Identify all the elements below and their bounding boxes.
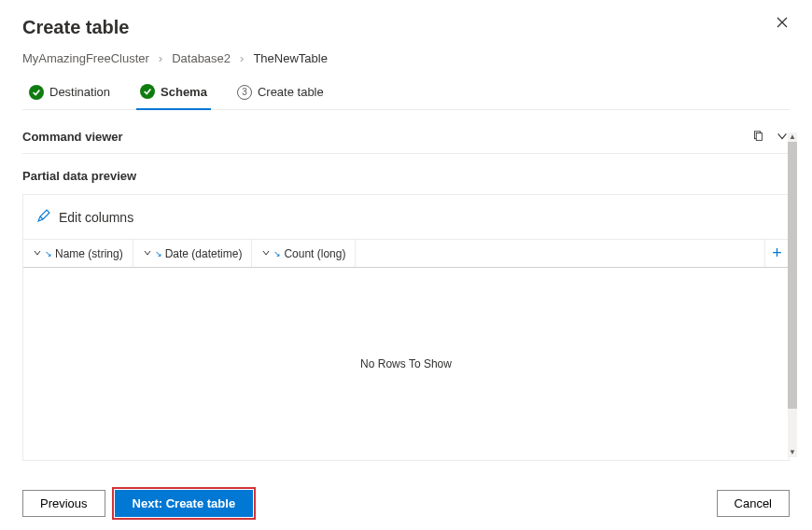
next-create-table-button[interactable]: Next: Create table	[115, 490, 254, 517]
add-column-button[interactable]: +	[764, 240, 789, 267]
step-number-icon: 3	[237, 85, 252, 100]
sort-icon: ↘	[45, 249, 52, 258]
sort-icon: ↘	[155, 249, 162, 258]
footer: Previous Next: Create table Cancel	[0, 476, 812, 530]
content: Command viewer Partial data preview Edit…	[0, 116, 812, 461]
column-label: Count (long)	[284, 247, 345, 260]
header: Create table MyAmazingFreeCluster › Data…	[0, 0, 812, 116]
copy-icon[interactable]	[750, 129, 765, 144]
step-label: Destination	[49, 85, 110, 99]
chevron-down-icon	[261, 247, 271, 260]
step-destination[interactable]: Destination	[25, 79, 114, 109]
step-label: Schema	[161, 85, 207, 99]
command-viewer: Command viewer	[22, 116, 790, 154]
breadcrumb: MyAmazingFreeCluster › Database2 › TheNe…	[22, 51, 790, 65]
step-schema[interactable]: Schema	[136, 78, 211, 110]
previous-button[interactable]: Previous	[22, 490, 105, 517]
scrollbar-thumb[interactable]	[788, 142, 797, 409]
chevron-right-icon: ›	[240, 51, 244, 65]
chevron-right-icon: ›	[159, 51, 162, 65]
step-label: Create table	[258, 85, 324, 99]
scroll-up-icon[interactable]: ▲	[788, 132, 797, 142]
close-icon[interactable]	[775, 15, 791, 32]
breadcrumb-item[interactable]: MyAmazingFreeCluster	[22, 51, 149, 65]
scroll-down-icon[interactable]: ▼	[788, 448, 797, 457]
chevron-down-icon	[33, 247, 42, 260]
column-header[interactable]: ↘ Count (long)	[252, 240, 356, 267]
column-label: Date (datetime)	[165, 247, 243, 260]
breadcrumb-item: TheNewTable	[253, 51, 328, 65]
scrollbar[interactable]: ▲ ▼	[788, 132, 797, 457]
pencil-icon	[36, 208, 51, 226]
grid-empty-state: No Rows To Show	[23, 268, 789, 460]
column-label: Name (string)	[55, 247, 123, 260]
edit-columns-label: Edit columns	[59, 210, 133, 225]
breadcrumb-item[interactable]: Database2	[172, 51, 231, 65]
check-icon	[140, 84, 155, 99]
wizard-steps: Destination Schema 3 Create table	[22, 78, 790, 110]
data-grid: ↘ Name (string) ↘ Date (datetime) ↘ Coun…	[22, 240, 790, 461]
cancel-button[interactable]: Cancel	[717, 490, 790, 517]
step-create-table[interactable]: 3 Create table	[233, 79, 328, 109]
check-icon	[29, 85, 44, 100]
edit-columns-button[interactable]: Edit columns	[22, 194, 790, 240]
chevron-down-icon	[143, 247, 152, 260]
svg-rect-1	[756, 133, 762, 141]
grid-header: ↘ Name (string) ↘ Date (datetime) ↘ Coun…	[23, 240, 789, 268]
column-header[interactable]: ↘ Date (datetime)	[133, 240, 253, 267]
partial-data-preview-heading: Partial data preview	[22, 169, 790, 183]
column-header[interactable]: ↘ Name (string)	[23, 240, 133, 267]
command-viewer-label: Command viewer	[22, 130, 123, 144]
sort-icon: ↘	[273, 249, 281, 258]
page-title: Create table	[22, 17, 790, 38]
